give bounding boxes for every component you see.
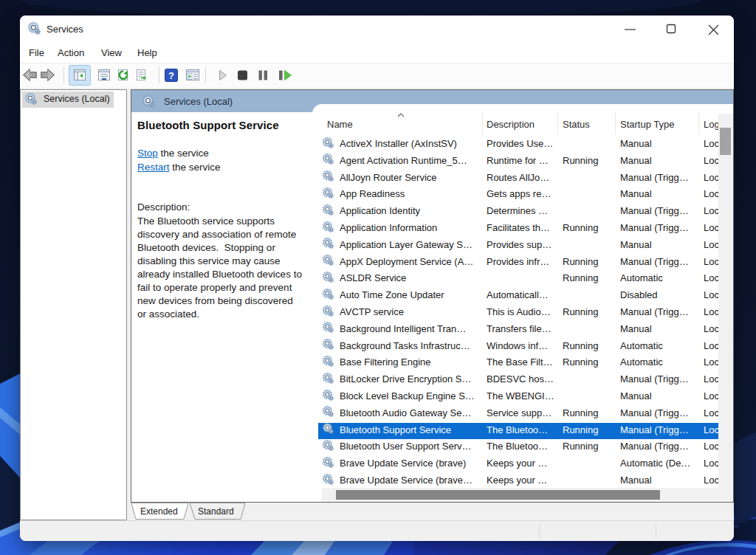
svg-text:?: ? (168, 70, 174, 81)
